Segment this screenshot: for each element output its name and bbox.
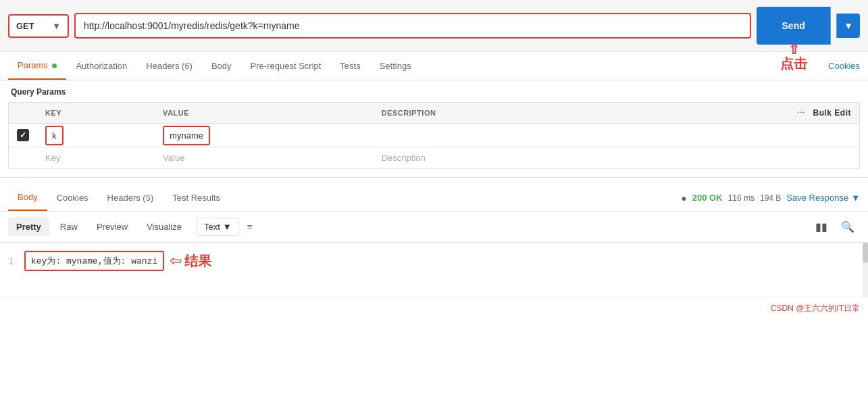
response-tab-headers-label: Headers (5) [107, 193, 154, 203]
row-description-cell [374, 124, 617, 147]
view-tab-pretty[interactable]: Pretty [8, 218, 49, 236]
response-body: 1 key为: myname,值为: wanzi ⇦ 结果 [0, 243, 868, 297]
empty-actions-cell [617, 147, 860, 169]
response-tab-testresults-label: Test Results [172, 193, 220, 203]
col-description-header: DESCRIPTION [374, 103, 617, 124]
view-tab-preview[interactable]: Preview [88, 218, 136, 236]
send-label: Send [769, 14, 819, 38]
response-size: 194 B [760, 193, 781, 203]
empty-description-cell: Description [374, 147, 617, 169]
col-checkbox [9, 103, 38, 124]
tab-settings-label: Settings [380, 61, 411, 71]
tab-params[interactable]: Params [8, 52, 66, 80]
tab-prerequest[interactable]: Pre-request Script [241, 53, 331, 79]
tab-authorization-label: Authorization [76, 61, 127, 71]
row-checkbox[interactable] [17, 129, 29, 141]
tab-params-label: Params [18, 60, 48, 70]
url-input-wrapper [74, 13, 751, 39]
globe-icon: ● [681, 193, 686, 203]
response-tab-cookies[interactable]: Cookies [47, 185, 98, 210]
copy-button[interactable]: ▮▮ [810, 217, 833, 237]
response-status: 200 OK [692, 193, 723, 203]
request-tabs: Params Authorization Headers (6) Body Pr… [0, 52, 868, 80]
response-tab-testresults[interactable]: Test Results [163, 185, 230, 210]
method-label: GET [16, 21, 34, 31]
row-key-cell: k [37, 124, 155, 147]
col-value-header: VALUE [155, 103, 374, 124]
empty-key-placeholder[interactable]: Key [45, 153, 60, 163]
response-tab-headers[interactable]: Headers (5) [98, 185, 163, 210]
method-chevron-icon: ▼ [52, 21, 61, 31]
params-table-header: KEY VALUE DESCRIPTION ⋯ Bulk Edit [9, 103, 860, 124]
tab-tests-label: Tests [340, 61, 360, 71]
send-dropdown-icon: ▼ [844, 20, 853, 31]
response-body-wrapper: 1 key为: myname,值为: wanzi ⇦ 结果 [0, 243, 868, 297]
save-response-chevron-icon: ▼ [851, 193, 860, 203]
footer: CSDN @王六六的IT日常 [0, 297, 868, 320]
row-value-cell: myname [155, 124, 374, 147]
scrollbar-thumb[interactable] [863, 243, 868, 263]
table-row-empty: Key Value Description [9, 147, 860, 169]
empty-description-placeholder[interactable]: Description [382, 153, 426, 163]
params-table: KEY VALUE DESCRIPTION ⋯ Bulk Edit k [8, 102, 860, 169]
query-params-title: Query Params [8, 87, 860, 97]
line-number-1: 1 [0, 256, 24, 266]
tab-headers[interactable]: Headers (6) [136, 53, 202, 79]
tab-authorization[interactable]: Authorization [66, 53, 136, 79]
row-checkbox-cell [9, 124, 38, 147]
col-key-header: KEY [37, 103, 155, 124]
response-tab-body-label: Body [18, 192, 38, 202]
tab-prerequest-label: Pre-request Script [251, 61, 322, 71]
send-dropdown-button[interactable]: ▼ [836, 14, 860, 38]
view-tab-raw-label: Raw [60, 222, 78, 232]
format-select[interactable]: Text ▼ [197, 218, 239, 236]
tab-body-label: Body [211, 61, 232, 71]
spacer [0, 178, 868, 185]
tab-settings[interactable]: Settings [370, 53, 421, 79]
arrow-left-icon: ⇦ [170, 252, 182, 270]
view-tab-preview-label: Preview [97, 222, 128, 232]
save-response-button[interactable]: Save Response ▼ [786, 193, 860, 203]
code-content-1: key为: myname,值为: wanzi [24, 251, 164, 271]
url-bar: GET ▼ Send ▼ [0, 0, 868, 52]
tab-body[interactable]: Body [202, 53, 241, 79]
code-line-1: 1 key为: myname,值为: wanzi ⇦ 结果 [0, 249, 868, 272]
empty-checkbox-cell [9, 147, 38, 169]
footer-text: CSDN @王六六的IT日常 [771, 304, 860, 313]
response-tab-cookies-label: Cookies [57, 193, 88, 203]
row-value-value[interactable]: myname [163, 126, 210, 145]
tab-tests[interactable]: Tests [330, 53, 369, 79]
scrollbar-track[interactable] [863, 243, 868, 297]
row-key-value[interactable]: k [45, 126, 63, 145]
result-annotation: ⇦ 结果 [170, 252, 211, 270]
tab-headers-label: Headers (6) [146, 61, 193, 71]
cookies-link[interactable]: Cookies [828, 53, 860, 79]
wrap-button[interactable]: ≡ [242, 218, 258, 235]
bulk-edit-button[interactable]: Bulk Edit [813, 108, 851, 118]
three-dots-icon[interactable]: ⋯ [797, 109, 805, 117]
save-response-label: Save Response [786, 193, 848, 203]
empty-value-cell: Value [155, 147, 374, 169]
url-input[interactable] [76, 14, 750, 37]
format-label: Text [204, 222, 220, 232]
query-params-section: Query Params KEY VALUE DESCRIPTION ⋯ Bul… [0, 80, 868, 169]
search-button[interactable]: 🔍 [836, 217, 860, 237]
method-select[interactable]: GET ▼ [8, 14, 69, 38]
col-bulk-edit-header: ⋯ Bulk Edit [617, 103, 860, 124]
view-tab-visualize[interactable]: Visualize [138, 218, 190, 236]
view-tab-raw[interactable]: Raw [52, 218, 86, 236]
send-button[interactable]: Send [757, 7, 831, 45]
response-time: 116 ms [728, 193, 755, 203]
response-tab-body[interactable]: Body [8, 185, 47, 211]
format-chevron-icon: ▼ [223, 222, 232, 232]
view-tab-visualize-label: Visualize [147, 222, 182, 232]
row-actions-cell [617, 124, 860, 147]
empty-key-cell: Key [37, 147, 155, 169]
response-meta: ● 200 OK 116 ms 194 B Save Response ▼ [681, 193, 860, 203]
params-dot-icon [52, 64, 57, 68]
result-text: 结果 [184, 252, 211, 270]
view-tabs-bar: Pretty Raw Preview Visualize Text ▼ ≡ ▮▮… [0, 212, 868, 243]
app-container: GET ▼ Send ▼ ⇧ 点击 Params Authorization H… [0, 0, 868, 320]
empty-value-placeholder[interactable]: Value [163, 153, 184, 163]
table-row: k myname [9, 124, 860, 147]
